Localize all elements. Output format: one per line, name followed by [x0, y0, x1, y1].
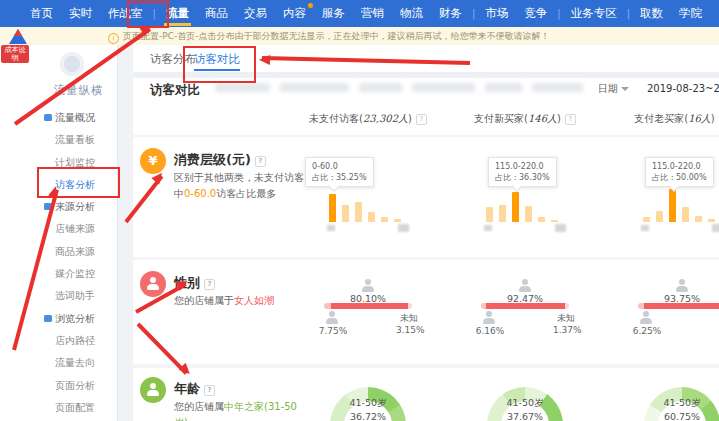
donut-center-value: 60.75% [650, 411, 714, 421]
chevron-down-icon [621, 87, 629, 91]
app-logo-peak-icon [14, 29, 22, 36]
gender-bar [638, 303, 719, 309]
nav-item-服务[interactable]: 服务 [314, 0, 353, 27]
nav-item-首页[interactable]: 首页 [22, 0, 61, 27]
consumption-description: 区别于其他两类，未支付访客中0-60.0访客占比最多 [174, 170, 308, 202]
female-icon [676, 279, 688, 292]
help-icon[interactable]: ? [255, 156, 266, 167]
tooltip-share: 占比：35.25% [312, 172, 367, 183]
bar[interactable] [355, 202, 362, 222]
bar[interactable] [551, 220, 558, 222]
sidebar-item[interactable]: 流量看板 [40, 129, 117, 151]
column-header: 支付新买家(146人)? [440, 112, 610, 126]
bar[interactable] [682, 207, 689, 222]
sidebar-item[interactable]: 浏览分析 [40, 308, 117, 330]
desc-text: 0-60.0 [184, 188, 216, 199]
sidebar-item[interactable]: 页面分析 [40, 375, 117, 397]
bar[interactable] [499, 205, 506, 222]
sidebar-item-label: 页面配置 [55, 402, 95, 413]
corner-badge[interactable]: 成本说明 [1, 45, 29, 63]
notice-text: 页面配置-PC-首页-点击分布由于部分数据无法显示，正在处理中，建议稍后再试，给… [123, 31, 549, 41]
nav-item-流量[interactable]: 流量 [158, 0, 197, 27]
nav-divider: | [470, 8, 477, 19]
female-segment [486, 303, 565, 309]
notification-dot-icon [308, 3, 313, 8]
tooltip-range: 115.0-220.0 [495, 161, 550, 172]
nav-item-商品[interactable]: 商品 [197, 0, 236, 27]
nav-item-市场[interactable]: 市场 [477, 0, 516, 27]
nav-item-营销[interactable]: 营销 [353, 0, 392, 27]
bar[interactable] [512, 192, 519, 222]
desc-text: 您的店铺属于 [174, 295, 234, 306]
bar[interactable] [394, 219, 401, 222]
bar[interactable] [368, 212, 375, 222]
nav-item-作战室[interactable]: 作战室 [100, 0, 151, 27]
sidebar-item[interactable]: 媒介监控 [40, 263, 117, 285]
tab-visitor-distribution[interactable]: 访客分布 [150, 52, 196, 67]
nav-item-物流[interactable]: 物流 [392, 0, 431, 27]
bar[interactable] [538, 217, 545, 222]
sidebar-item-label: 计划监控 [55, 157, 95, 168]
nav-item-取数[interactable]: 取数 [632, 0, 671, 27]
nav-item-内容[interactable]: 内容 [275, 0, 314, 27]
sidebar: 流量纵横 流量概况流量看板计划监控访客分析来源分析店铺来源商品来源媒介监控选词助… [40, 48, 117, 421]
nav-item-实时[interactable]: 实时 [61, 0, 100, 27]
bar[interactable] [381, 217, 388, 222]
tab-strip-divider [133, 72, 719, 78]
help-icon[interactable]: ? [204, 279, 215, 290]
help-icon[interactable]: ? [416, 114, 427, 125]
bar[interactable] [669, 189, 676, 222]
date-range-value: 2019-08-23~20 [647, 83, 719, 94]
donut-center-label: 41-50岁 [493, 397, 557, 410]
female-icon [519, 279, 531, 292]
gender-bar [324, 303, 412, 309]
sidebar-item[interactable]: 访客分析 [40, 174, 117, 196]
sidebar-item-label: 流量概况 [55, 112, 95, 123]
consumption-title: 消费层级(元)? [174, 151, 266, 169]
help-icon[interactable]: ? [565, 114, 576, 125]
sidebar-item[interactable]: 页面配置 [40, 397, 117, 419]
sidebar-item[interactable]: 计划监控 [40, 152, 117, 174]
nav-item-竞争[interactable]: 竞争 [516, 0, 555, 27]
sidebar-item[interactable]: 流量去向 [40, 352, 117, 374]
sidebar-menu: 流量概况流量看板计划监控访客分析来源分析店铺来源商品来源媒介监控选词助手浏览分析… [40, 107, 117, 419]
unknown-segment [408, 303, 412, 309]
axis-tick [641, 225, 649, 231]
axis-tick [555, 224, 566, 232]
sidebar-item[interactable]: 选词助手 [40, 285, 117, 307]
sidebar-item-label: 流量看板 [55, 134, 95, 145]
folder-icon [44, 114, 52, 121]
info-icon: i [108, 33, 119, 44]
sidebar-item-label: 选词助手 [55, 290, 95, 301]
bar[interactable] [695, 216, 702, 222]
sidebar-item-label: 来源分析 [55, 201, 95, 212]
female-segment [331, 303, 408, 309]
age-title: 年龄? [174, 380, 215, 398]
nav-item-财务[interactable]: 财务 [431, 0, 470, 27]
bar[interactable] [329, 194, 336, 222]
tooltip-range: 0-60.0 [312, 161, 367, 172]
nav-item-学院[interactable]: 学院 [671, 0, 710, 27]
notice-bar: i页面配置-PC-首页-点击分布由于部分数据无法显示，正在处理中，建议稍后再试，… [0, 27, 719, 45]
bar[interactable] [525, 206, 532, 222]
date-label: 日期 [598, 83, 618, 94]
sidebar-item[interactable]: 来源分析 [40, 196, 117, 218]
nav-item-交易[interactable]: 交易 [236, 0, 275, 27]
sidebar-item[interactable]: 商品来源 [40, 241, 117, 263]
male-percent: 7.75% [316, 326, 350, 336]
sidebar-item[interactable]: 店内路径 [40, 330, 117, 352]
tab-visitor-compare[interactable]: 访客对比 [194, 52, 240, 67]
page-title: 访客对比 [150, 82, 200, 99]
nav-item-业务专区[interactable]: 业务专区 [563, 0, 625, 27]
sidebar-logo-icon [60, 52, 84, 76]
help-icon[interactable]: ? [204, 385, 215, 396]
bar[interactable] [486, 207, 493, 222]
sidebar-item[interactable]: 流量概况 [40, 107, 117, 129]
sidebar-item[interactable]: 店铺来源 [40, 218, 117, 240]
bar[interactable] [643, 217, 650, 222]
bar[interactable] [708, 219, 715, 222]
bar-tooltip: 0-60.0占比：35.25% [305, 157, 374, 187]
bar[interactable] [342, 205, 349, 222]
bar[interactable] [656, 211, 663, 222]
date-filter[interactable]: 日期2019-08-23~20 [598, 82, 719, 96]
